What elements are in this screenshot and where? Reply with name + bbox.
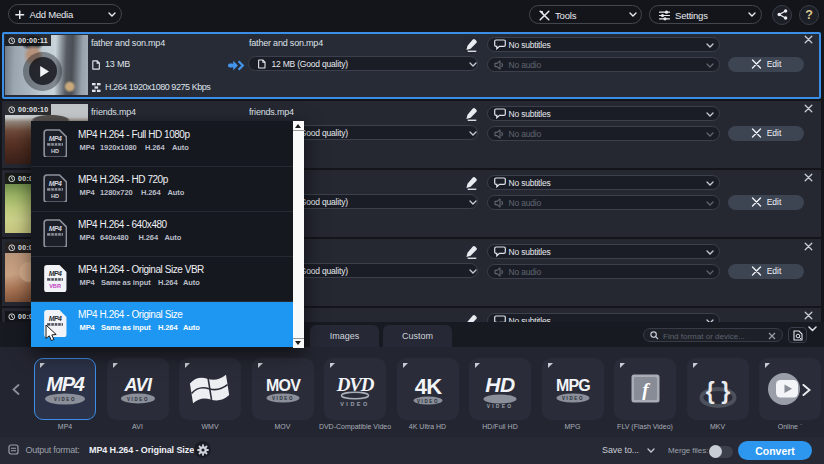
svg-text:HD: HD bbox=[51, 193, 59, 199]
svg-text:VIDEO: VIDEO bbox=[487, 403, 514, 409]
svg-text:{ }: { } bbox=[705, 378, 729, 404]
svg-text:MP4: MP4 bbox=[48, 270, 61, 277]
svg-text:HD: HD bbox=[485, 373, 515, 396]
svg-text:MP4: MP4 bbox=[48, 180, 61, 187]
svg-text:MOV: MOV bbox=[265, 377, 300, 394]
svg-text:HD: HD bbox=[51, 148, 59, 154]
svg-text:MP4: MP4 bbox=[46, 373, 85, 395]
svg-text:VIDEO: VIDEO bbox=[271, 396, 293, 401]
svg-text:VIDEO: VIDEO bbox=[54, 397, 76, 402]
svg-text:MPG: MPG bbox=[555, 377, 589, 394]
svg-text:VIDEO: VIDEO bbox=[340, 401, 370, 407]
svg-text:VBR: VBR bbox=[49, 283, 61, 289]
svg-text:4K: 4K bbox=[414, 374, 441, 399]
svg-text:VIDEO: VIDEO bbox=[126, 397, 148, 402]
svg-text:MP4: MP4 bbox=[48, 225, 61, 232]
svg-text:MP4: MP4 bbox=[48, 315, 61, 322]
svg-text:VIDEO: VIDEO bbox=[416, 399, 438, 404]
svg-text:VIDEO: VIDEO bbox=[561, 396, 583, 401]
svg-text:MP4: MP4 bbox=[48, 135, 61, 142]
svg-text:AVI: AVI bbox=[123, 375, 153, 395]
